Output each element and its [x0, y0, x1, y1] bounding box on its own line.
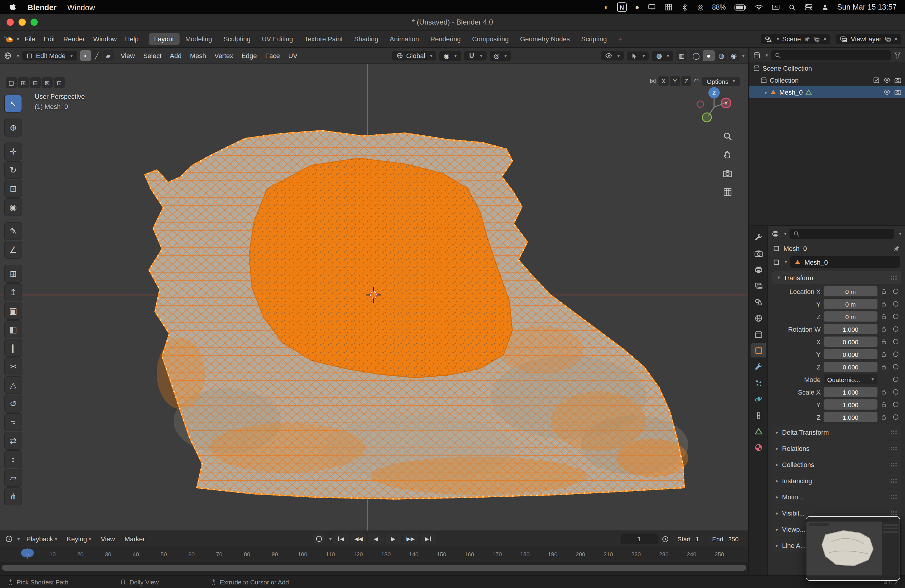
tool-rip-region[interactable]: ⋔ [5, 488, 22, 505]
properties-tab-tool[interactable] [751, 230, 766, 244]
lock-icon[interactable] [880, 313, 890, 320]
tool-spin[interactable]: ↺ [5, 395, 22, 412]
tool-move[interactable]: ✛ [5, 143, 22, 160]
gizmo-y-axis[interactable] [702, 113, 711, 122]
app-menu-title[interactable]: Blender [27, 3, 57, 12]
eye-icon[interactable] [883, 77, 891, 84]
material-preview-shading-button[interactable]: ◍ [715, 50, 727, 61]
tool-scale[interactable]: ⊡ [5, 180, 22, 197]
animate-dot[interactable] [893, 402, 899, 407]
panel-section-relations[interactable]: ▸Relations [772, 441, 902, 456]
workspace-tab-geometry-nodes[interactable]: Geometry Nodes [515, 33, 575, 45]
outliner-row-scene-collection[interactable]: Scene Collection [749, 62, 905, 74]
outliner-editor-icon[interactable] [753, 51, 761, 59]
properties-tab-world[interactable] [751, 311, 766, 325]
rotation-mode-dropdown[interactable]: Quaternio...▾ [824, 374, 878, 385]
tool-transform[interactable]: ◉ [5, 199, 22, 216]
user-switcher-icon[interactable] [821, 3, 829, 11]
play-reverse-button[interactable]: ◀ [368, 534, 384, 544]
tool-add-cube[interactable]: ⊞ [5, 265, 22, 282]
select-option-subtract-icon[interactable]: ⊟ [30, 77, 41, 88]
tool-smooth[interactable]: ≈ [5, 414, 22, 431]
display-icon[interactable] [648, 3, 656, 11]
number-field-rotation-w[interactable]: 1.000 [824, 324, 878, 334]
properties-tab-render[interactable] [751, 246, 766, 261]
panel-section-delta-transform[interactable]: ▸Delta Transform [772, 424, 902, 440]
properties-tab-material[interactable] [751, 440, 766, 455]
end-frame-field[interactable]: End 250 [708, 534, 743, 544]
workspace-tab-rendering[interactable]: Rendering [425, 33, 466, 45]
new-viewlayer-icon[interactable] [884, 36, 891, 42]
number-field-z[interactable]: 0 m [824, 311, 878, 321]
auto-keying-button[interactable] [313, 534, 325, 544]
outliner-search-input[interactable] [771, 50, 891, 60]
properties-tab-collection[interactable] [751, 327, 766, 341]
lock-icon[interactable] [880, 288, 890, 295]
lock-icon[interactable] [880, 414, 890, 420]
tool-extrude-region[interactable]: ↥ [5, 284, 22, 300]
show-gizmo-dropdown[interactable]: ▾ [601, 51, 624, 60]
workspace-tab-modeling[interactable]: Modeling [180, 33, 217, 45]
topbar-menu-file[interactable]: File [21, 33, 39, 44]
animate-dot[interactable] [893, 314, 899, 319]
select-option-new-icon[interactable]: ▢ [6, 77, 17, 88]
wifi-icon[interactable] [754, 3, 763, 11]
tool-shrink-fatten[interactable]: ↕ [5, 451, 22, 468]
timeline-ruler[interactable]: 1102030405060708090100110120130140150160… [0, 547, 748, 562]
camera-render-icon[interactable] [894, 77, 902, 84]
viewport-menu-view[interactable]: View [116, 50, 139, 61]
properties-editor-icon[interactable] [772, 230, 779, 237]
select-option-intersect-icon[interactable]: ⊡ [54, 77, 65, 88]
timeline-menu-playback[interactable]: Playback▾ [22, 534, 61, 544]
viewport-menu-edge[interactable]: Edge [237, 50, 261, 61]
use-preview-range-icon[interactable] [661, 535, 669, 543]
apple-menu-icon[interactable] [8, 3, 17, 11]
pan-hand-icon[interactable] [722, 150, 733, 160]
bluetooth-icon[interactable] [681, 3, 689, 11]
control-center-icon[interactable] [804, 3, 813, 11]
mirror-axis-y-button[interactable]: Y [670, 76, 680, 86]
outliner-row-collection[interactable]: Collection [749, 74, 905, 86]
number-field-scale-x[interactable]: 1.000 [824, 387, 878, 397]
tool-loop-cut[interactable]: ∥ [5, 340, 22, 356]
select-option-invert-icon[interactable]: ⊠ [42, 77, 53, 88]
outliner-row-mesh-0[interactable]: ▸ Mesh_0 [749, 86, 905, 98]
screen-mirroring-icon[interactable]: ◐ [604, 3, 609, 11]
drag-grip[interactable] [890, 275, 897, 280]
overlays-dropdown[interactable]: ◍ ▾ [652, 51, 673, 61]
select-option-extend-icon[interactable]: ⊞ [18, 77, 29, 88]
object-name-field[interactable]: Mesh_0 [790, 256, 900, 268]
properties-tab-constraints[interactable] [751, 408, 766, 422]
eye-icon[interactable] [883, 89, 891, 96]
viewport-menu-uv[interactable]: UV [284, 50, 302, 61]
viewport-menu-face[interactable]: Face [261, 50, 284, 61]
workspace-tab-animation[interactable]: Animation [384, 33, 424, 45]
viewport-3d[interactable]: ▢⊞⊟⊠⊡ ⋈ XYZ ◠ Options ▾ User Perspective… [0, 64, 748, 531]
properties-tab-object-data[interactable] [751, 424, 766, 438]
screenshot-preview-thumbnail[interactable] [806, 516, 900, 581]
lock-icon[interactable] [880, 389, 890, 395]
lock-icon[interactable] [880, 300, 890, 307]
pin-icon[interactable] [893, 245, 900, 252]
lock-icon[interactable] [880, 338, 890, 345]
viewport-canvas[interactable] [0, 64, 748, 531]
topbar-menu-window[interactable]: Window [89, 33, 121, 44]
filter-icon[interactable] [894, 51, 902, 59]
timeline-editor-icon[interactable] [5, 535, 13, 543]
tool-select-box[interactable]: ↖ [5, 95, 22, 112]
viewport-menu-select[interactable]: Select [139, 50, 165, 61]
status-dot-icon[interactable]: ● [635, 3, 640, 11]
panel-section-instancing[interactable]: ▸Instancing [772, 473, 902, 488]
keyboard-input-icon[interactable] [771, 3, 780, 11]
tool-inset-faces[interactable]: ▣ [5, 302, 22, 319]
number-field-location-x[interactable]: 0 m [824, 286, 878, 296]
timeline-menu-view[interactable]: View [97, 534, 119, 544]
tool-edge-slide[interactable]: ⇄ [5, 432, 22, 449]
animate-dot[interactable] [893, 351, 899, 357]
solid-shading-button[interactable]: ● [703, 50, 714, 61]
checkbox-icon[interactable] [873, 77, 880, 84]
topbar-menu-render[interactable]: Render [59, 33, 89, 44]
timeline-menu-marker[interactable]: Marker [120, 534, 149, 544]
transform-panel-header[interactable]: ▾ Transform [772, 271, 902, 284]
lock-icon[interactable] [880, 401, 890, 408]
